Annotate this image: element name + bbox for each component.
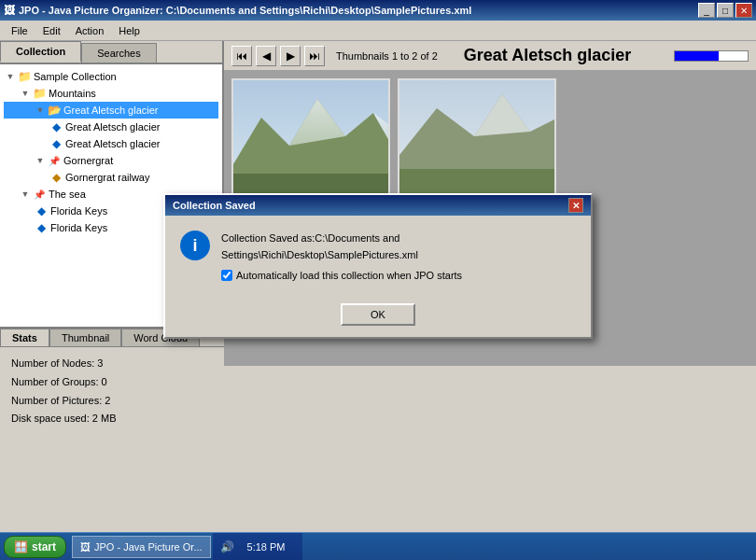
start-button[interactable]: 🪟 start [4,536,66,558]
taskbar-app-icon: 🖼 [80,541,91,553]
start-label: start [32,540,56,553]
taskbar-app-item[interactable]: 🖼 JPO - Java Picture Or... [72,536,211,558]
auto-load-checkbox[interactable] [221,270,232,281]
start-icon: 🪟 [14,540,28,553]
dialog-overlay: Collection Saved ✕ i Collection Saved as… [0,0,756,532]
taskbar-system-tray: 🔊 5:18 PM [213,533,302,560]
taskbar: 🪟 start 🖼 JPO - Java Picture Or... 🔊 5:1… [0,532,756,560]
dialog-title-bar: Collection Saved ✕ [165,195,591,216]
network-icon: 🔊 [220,540,234,553]
taskbar-app-label: JPO - Java Picture Or... [94,541,203,553]
taskbar-clock: 5:18 PM [238,541,295,553]
dialog-collection-saved: Collection Saved ✕ i Collection Saved as… [163,193,593,338]
checkbox-label: Automatically load this collection when … [236,270,462,281]
info-icon: i [180,231,210,260]
dialog-message: Collection Saved as:C:\Documents and Set… [221,231,576,263]
dialog-close-button[interactable]: ✕ [568,198,583,213]
ok-button[interactable]: OK [341,303,415,326]
dialog-title-text: Collection Saved [173,200,256,211]
